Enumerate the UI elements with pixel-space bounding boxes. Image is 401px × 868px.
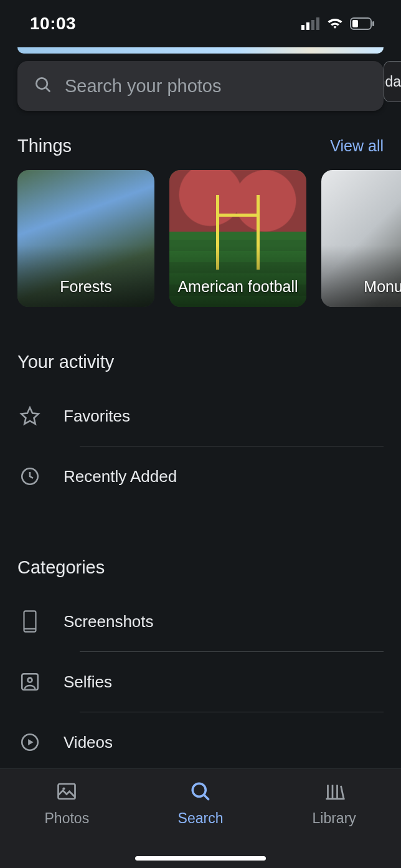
activity-item-label: Favorites [64, 407, 130, 426]
play-circle-icon [17, 732, 42, 753]
nav-search[interactable]: Search [134, 769, 268, 868]
nav-library[interactable]: Library [267, 769, 401, 868]
category-item-screenshots[interactable]: Screenshots [17, 592, 384, 651]
view-all-link[interactable]: View all [330, 137, 384, 155]
search-icon [34, 75, 52, 97]
bottom-nav: Photos Search Library [0, 768, 401, 868]
things-header: Things View all [0, 111, 401, 161]
status-icons [301, 17, 375, 30]
cellular-icon [301, 17, 320, 30]
svg-point-14 [27, 678, 32, 682]
library-icon [323, 780, 346, 805]
thing-label: Monum [357, 277, 401, 296]
svg-point-19 [192, 783, 205, 796]
svg-point-18 [63, 787, 65, 790]
wifi-icon [326, 17, 344, 30]
svg-point-7 [36, 78, 47, 89]
status-time: 10:03 [30, 14, 76, 34]
category-item-videos[interactable]: Videos [17, 712, 384, 772]
star-icon [17, 405, 42, 427]
svg-rect-6 [372, 21, 374, 26]
svg-line-20 [204, 795, 209, 800]
activity-list: Favorites Recently Added [0, 372, 401, 506]
status-bar: 10:03 [0, 0, 401, 47]
nav-label: Search [178, 810, 224, 827]
search-bar[interactable]: Search your photos [17, 61, 384, 111]
image-icon [55, 780, 78, 805]
nav-label: Library [313, 810, 356, 827]
categories-list: Screenshots Selfies Videos [0, 578, 401, 773]
activity-item-favorites[interactable]: Favorites [17, 386, 384, 446]
your-activity-title: Your activity [0, 307, 401, 372]
svg-marker-16 [28, 739, 33, 745]
category-item-label: Screenshots [64, 612, 154, 631]
things-title: Things [17, 136, 72, 156]
categories-title: Categories [0, 512, 401, 578]
svg-rect-5 [352, 20, 358, 27]
search-icon [189, 780, 212, 805]
activity-item-recently-added[interactable]: Recently Added [17, 446, 384, 506]
thing-card-monuments[interactable]: Monum [321, 170, 401, 307]
svg-rect-3 [316, 17, 319, 30]
thing-card-american-football[interactable]: American football [169, 170, 306, 307]
svg-rect-2 [311, 20, 314, 30]
svg-line-24 [341, 786, 344, 799]
map-preview-sliver[interactable] [17, 47, 384, 54]
home-indicator[interactable] [135, 856, 266, 861]
svg-line-8 [46, 88, 50, 92]
thing-label: Forests [54, 277, 118, 296]
activity-item-label: Recently Added [64, 467, 177, 486]
battery-icon [350, 17, 375, 30]
search-placeholder: Search your photos [65, 76, 221, 97]
nav-photos[interactable]: Photos [0, 769, 134, 868]
svg-rect-1 [306, 22, 309, 30]
thing-card-forests[interactable]: Forests [17, 170, 154, 307]
partial-chip[interactable]: nda [384, 61, 401, 102]
svg-rect-17 [59, 784, 75, 799]
selfie-icon [17, 671, 42, 692]
phone-icon [17, 610, 42, 633]
partial-chip-text: nda [384, 73, 401, 90]
svg-marker-9 [21, 408, 39, 424]
things-carousel[interactable]: Forests American football Monum [0, 161, 401, 307]
category-item-selfies[interactable]: Selfies [17, 652, 384, 712]
category-item-label: Selfies [64, 672, 112, 692]
svg-rect-0 [301, 25, 304, 30]
clock-icon [17, 466, 42, 487]
category-item-label: Videos [64, 733, 113, 752]
nav-label: Photos [45, 810, 90, 827]
thing-label: American football [171, 277, 304, 296]
